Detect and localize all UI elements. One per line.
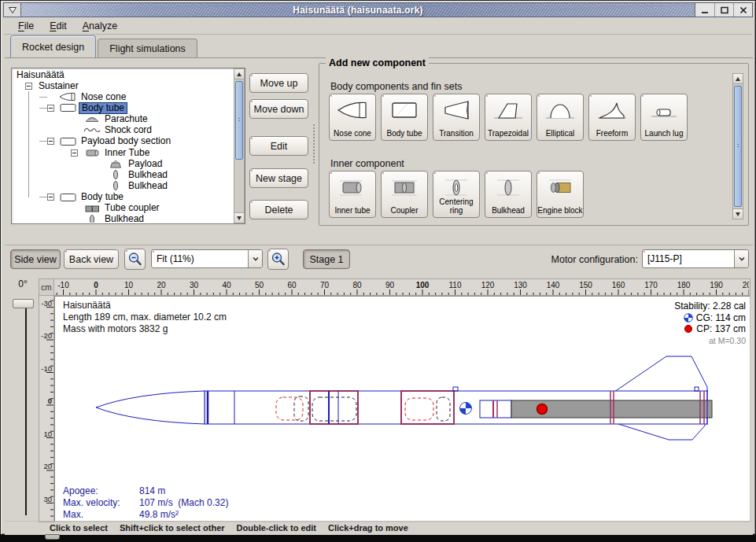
add-transition-button[interactable]: Transition xyxy=(433,94,480,141)
tree-item-sustainer[interactable]: Sustainer xyxy=(13,80,233,91)
move-down-button[interactable]: Move down xyxy=(249,99,308,119)
bulkhead-icon xyxy=(105,169,126,180)
engine-block-icon xyxy=(537,175,583,199)
parachute-icon xyxy=(82,114,102,125)
expander-minus-icon[interactable] xyxy=(47,194,54,201)
status-hint: Double-click to edit xyxy=(237,523,316,533)
stability-value: Stability: 2.28 cal xyxy=(674,300,746,312)
flight-statistics: Apogee:814 mMax. velocity:107 m/s (Mach … xyxy=(63,485,228,522)
maximize-button[interactable] xyxy=(714,3,733,17)
add-bulkhead-button[interactable]: Bulkhead xyxy=(485,171,532,218)
minimize-icon xyxy=(700,6,710,14)
stat-max-velocity-: Max. velocity:107 m/s (Mach 0.32) xyxy=(63,497,228,509)
add-body-tube-button[interactable]: Body tube xyxy=(381,94,428,141)
tree-item-parachute[interactable]: Parachute xyxy=(13,114,233,125)
tree-item-payload[interactable]: Payload xyxy=(13,158,233,169)
scroll-up-arrow[interactable] xyxy=(234,69,244,79)
add-centering-ring-button[interactable]: Centering ring xyxy=(433,171,480,218)
close-button[interactable] xyxy=(733,3,752,17)
tree-item-body-tube[interactable]: Body tube xyxy=(13,192,233,203)
tree-item-shock-cord[interactable]: Shock cord xyxy=(13,125,233,136)
add-trapezoidal-button[interactable]: Trapezoidal xyxy=(485,94,532,141)
add-freeform-button[interactable]: Freeform xyxy=(588,94,636,141)
svg-text:160: 160 xyxy=(612,281,625,289)
tab-flight-simulations[interactable]: Flight simulations xyxy=(98,39,197,57)
stage-1-toggle[interactable]: Stage 1 xyxy=(303,249,350,269)
back-view-button[interactable]: Back view xyxy=(64,249,119,269)
move-up-button[interactable]: Move up xyxy=(249,73,308,93)
component-tree[interactable]: HaisunäätäSustainerNose coneBody tubePar… xyxy=(11,68,245,224)
expander-minus-icon[interactable] xyxy=(47,138,54,145)
tree-item-bulkhead[interactable]: Bulkhead xyxy=(13,214,233,223)
motor-configuration-label: Motor configuration: xyxy=(551,254,638,265)
dropdown-button[interactable] xyxy=(734,250,748,267)
tree-guide-line xyxy=(28,91,29,197)
svg-text:10: 10 xyxy=(43,430,52,438)
add-launch-lug-button[interactable]: Launch lug xyxy=(640,94,688,141)
svg-text:-10: -10 xyxy=(57,281,69,289)
bulkhead-icon xyxy=(82,214,102,223)
bulkhead-icon xyxy=(485,175,531,199)
new-stage-button[interactable]: New stage xyxy=(249,168,308,188)
menu-analyze[interactable]: Analyze xyxy=(75,18,125,34)
tree-item-haisunäätä[interactable]: Haisunäätä xyxy=(13,69,233,80)
expander-minus-icon[interactable] xyxy=(71,149,78,157)
add-coupler-button[interactable]: Coupler xyxy=(381,171,428,218)
cg-icon xyxy=(684,313,693,323)
svg-text:150: 150 xyxy=(579,281,592,289)
motor-configuration-select[interactable]: [J115-P] xyxy=(642,249,749,268)
add-engine-block-button[interactable]: Engine block xyxy=(537,171,584,218)
tree-item-bulkhead[interactable]: Bulkhead xyxy=(13,169,233,180)
tree-item-bulkhead[interactable]: Bulkhead xyxy=(13,180,233,191)
tree-item-body-tube[interactable]: Body tube xyxy=(13,102,233,113)
scrollbar-thumb[interactable] xyxy=(235,81,243,160)
zoom-out-button[interactable] xyxy=(124,249,146,270)
tree-scrollbar[interactable] xyxy=(234,68,245,223)
rocket-dimensions: Length 189 cm, max. diameter 10.2 cm xyxy=(63,312,227,323)
tree-item-payload-body-section[interactable]: Payload body section xyxy=(13,136,233,147)
delete-button[interactable]: Delete xyxy=(249,200,308,219)
zoom-fit-select[interactable]: Fit (11%) xyxy=(151,249,263,268)
rotation-slider-track[interactable] xyxy=(25,308,27,515)
expander-minus-icon[interactable] xyxy=(25,83,32,90)
status-hint: Click+drag to move xyxy=(328,523,408,533)
svg-text:80: 80 xyxy=(352,281,362,289)
edit-button[interactable]: Edit xyxy=(249,136,308,156)
dropdown-button[interactable] xyxy=(248,250,262,267)
payload-icon xyxy=(105,158,126,169)
tree-item-tube-coupler[interactable]: Tube coupler xyxy=(13,203,233,214)
inner-tube-icon xyxy=(330,175,375,199)
svg-text:40: 40 xyxy=(222,281,231,289)
launch-lug-icon xyxy=(641,98,687,122)
scroll-down-arrow[interactable] xyxy=(234,212,244,223)
minimize-button[interactable] xyxy=(695,3,714,17)
svg-text:-30: -30 xyxy=(41,299,52,308)
tree-item-inner-tube[interactable]: Inner Tube xyxy=(13,147,233,158)
svg-text:190: 190 xyxy=(710,281,723,289)
menu-file[interactable]: File xyxy=(10,18,42,34)
component-scrollbar[interactable] xyxy=(732,73,743,219)
resize-grip[interactable] xyxy=(45,534,60,540)
svg-text:130: 130 xyxy=(514,281,527,289)
expander-minus-icon[interactable] xyxy=(47,105,54,112)
zoom-in-button[interactable] xyxy=(267,249,289,270)
tree-item-nose-cone[interactable]: Nose cone xyxy=(13,91,233,102)
rotation-slider-handle[interactable] xyxy=(13,299,34,308)
tab-rocket-design[interactable]: Rocket design xyxy=(10,35,96,57)
menu-edit[interactable]: Edit xyxy=(42,18,75,34)
scroll-down-arrow[interactable] xyxy=(733,208,743,219)
add-inner-tube-button[interactable]: Inner tube xyxy=(329,171,376,218)
scrollbar-thumb[interactable] xyxy=(734,86,742,207)
svg-text:200: 200 xyxy=(743,281,749,289)
scroll-up-arrow[interactable] xyxy=(733,74,743,84)
add-elliptical-button[interactable]: Elliptical xyxy=(537,94,584,141)
side-view-button[interactable]: Side view xyxy=(10,249,61,269)
add-nose-cone-button[interactable]: Nose cone xyxy=(329,94,376,141)
horizontal-ruler: -100102030405060708090100110120130140150… xyxy=(54,278,750,296)
splitter-handle[interactable] xyxy=(312,124,316,164)
window-menu-button[interactable] xyxy=(4,3,21,17)
rocket-canvas[interactable]: Haisunäätä Length 189 cm, max. diameter … xyxy=(54,296,750,522)
svg-text:170: 170 xyxy=(644,281,658,289)
transition-icon xyxy=(433,98,479,122)
status-bar: Click to selectShift+click to select oth… xyxy=(5,521,753,533)
